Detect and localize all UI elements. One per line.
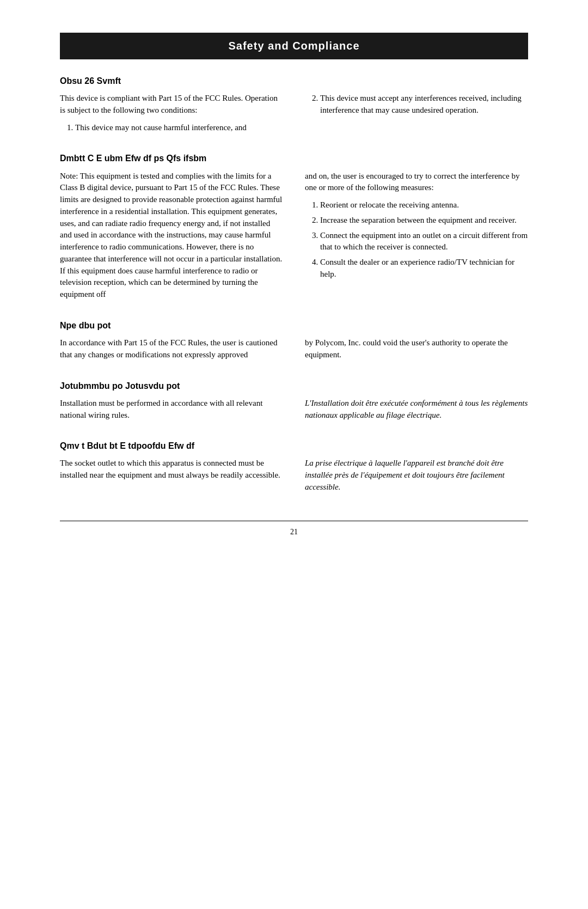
socket-left-para: The socket outlet to which this apparatu… xyxy=(60,457,283,481)
list-item: This device must accept any interference… xyxy=(320,93,528,117)
section-title-modifications: Npe dbu pot xyxy=(60,319,528,332)
list-item: Reorient or relocate the receiving anten… xyxy=(320,199,528,211)
class-b-left-para: Note: This equipment is tested and compl… xyxy=(60,170,283,301)
section-class-b: Dmbtt C E ubm Efw df ps Qfs ifsbm Note: … xyxy=(60,152,528,306)
list-item: Consult the dealer or an experience radi… xyxy=(320,257,528,280)
section-socket: Qmv t Bdut bt E tdpoofdu Efw df The sock… xyxy=(60,440,528,498)
class-b-right-para: and on, the user is encouraged to try to… xyxy=(305,170,528,194)
col-left-modifications: In accordance with Part 15 of the FCC Ru… xyxy=(60,337,283,367)
page-number: 21 xyxy=(290,528,298,536)
section-title-class-b: Dmbtt C E ubm Efw df ps Qfs ifsbm xyxy=(60,152,528,164)
col-right-installation: L'Installation doit être exécutée confor… xyxy=(305,398,528,427)
fcc-part15-right-list: This device must accept any interference… xyxy=(320,93,528,117)
page: Safety and Compliance Obsu 26 Svmft This… xyxy=(60,0,528,909)
col-left-installation: Installation must be performed in accord… xyxy=(60,398,283,427)
two-col-class-b: Note: This equipment is tested and compl… xyxy=(60,170,528,306)
section-title-fcc-part15: Obsu 26 Svmft xyxy=(60,75,528,87)
col-right-modifications: by Polycom, Inc. could void the user's a… xyxy=(305,337,528,367)
section-fcc-part15: Obsu 26 Svmft This device is compliant w… xyxy=(60,75,528,139)
list-item: This device may not cause harmful interf… xyxy=(75,122,283,134)
fcc-part15-left-list: This device may not cause harmful interf… xyxy=(75,122,283,134)
installation-right-para-italic: L'Installation doit être exécutée confor… xyxy=(305,398,528,422)
col-right-socket: La prise électrique à laquelle l'apparei… xyxy=(305,457,528,498)
modifications-right-para: by Polycom, Inc. could void the user's a… xyxy=(305,337,528,361)
two-col-installation: Installation must be performed in accord… xyxy=(60,398,528,427)
two-col-fcc-part15: This device is compliant with Part 15 of… xyxy=(60,93,528,139)
fcc-part15-intro: This device is compliant with Part 15 of… xyxy=(60,93,283,117)
section-modifications: Npe dbu pot In accordance with Part 15 o… xyxy=(60,319,528,367)
installation-left-para: Installation must be performed in accord… xyxy=(60,398,283,422)
col-left-fcc-part15: This device is compliant with Part 15 of… xyxy=(60,93,283,139)
section-installation: Jotubmmbu po Jotusvdu pot Installation m… xyxy=(60,380,528,427)
header-bar: Safety and Compliance xyxy=(60,33,528,59)
modifications-left-para: In accordance with Part 15 of the FCC Ru… xyxy=(60,337,283,361)
two-col-socket: The socket outlet to which this apparatu… xyxy=(60,457,528,498)
two-col-modifications: In accordance with Part 15 of the FCC Ru… xyxy=(60,337,528,367)
col-left-socket: The socket outlet to which this apparatu… xyxy=(60,457,283,498)
list-item: Connect the equipment into an outlet on … xyxy=(320,230,528,254)
list-item: Increase the separation between the equi… xyxy=(320,215,528,227)
section-title-installation: Jotubmmbu po Jotusvdu pot xyxy=(60,380,528,392)
section-title-socket: Qmv t Bdut bt E tdpoofdu Efw df xyxy=(60,440,528,452)
class-b-right-list: Reorient or relocate the receiving anten… xyxy=(320,199,528,280)
col-right-fcc-part15: This device must accept any interference… xyxy=(305,93,528,139)
page-footer: 21 xyxy=(60,521,528,538)
socket-right-para-italic: La prise électrique à laquelle l'apparei… xyxy=(305,457,528,493)
col-left-class-b: Note: This equipment is tested and compl… xyxy=(60,170,283,306)
page-title: Safety and Compliance xyxy=(71,38,517,54)
col-right-class-b: and on, the user is encouraged to try to… xyxy=(305,170,528,306)
